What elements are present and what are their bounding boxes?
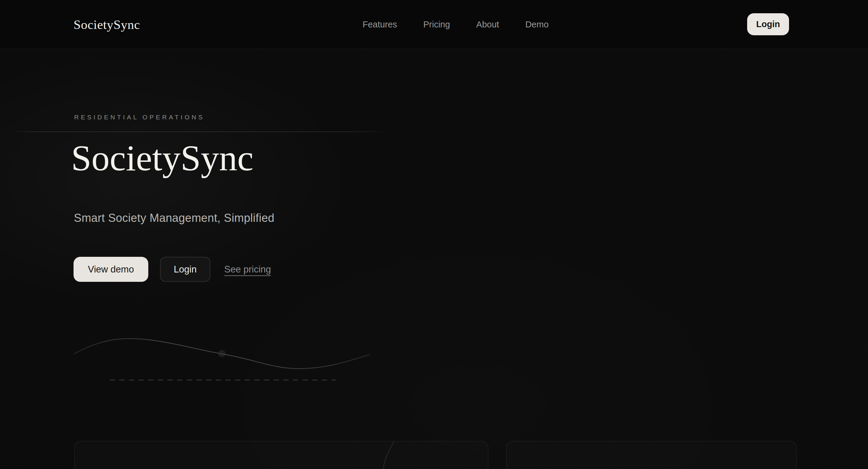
view-demo-button[interactable]: View demo	[73, 257, 148, 282]
nav-login-button[interactable]: Login	[747, 13, 789, 35]
noise-texture-overlay	[0, 0, 868, 469]
nav-link-features[interactable]: Features	[363, 20, 397, 30]
hero-decorations	[0, 0, 868, 469]
login-button[interactable]: Login	[160, 257, 210, 282]
nav-link-demo[interactable]: Demo	[525, 20, 549, 30]
top-nav-bar: SocietySync Features Pricing About Demo …	[0, 0, 868, 49]
main-nav: Features Pricing About Demo	[363, 0, 549, 49]
landing-page: SocietySync Features Pricing About Demo …	[0, 0, 868, 469]
eyebrow-divider-line	[10, 131, 386, 132]
see-pricing-link[interactable]: See pricing	[224, 264, 271, 275]
brand-logo: SocietySync	[73, 0, 140, 49]
nav-link-pricing[interactable]: Pricing	[423, 20, 450, 30]
nav-link-about[interactable]: About	[476, 20, 499, 30]
preview-card-right	[506, 441, 797, 469]
wave-node-dot	[218, 350, 225, 357]
preview-card-left	[74, 441, 488, 469]
hero-subtitle: Smart Society Management, Simplified	[74, 212, 275, 224]
wave-curve-decoration	[73, 339, 370, 369]
hero-eyebrow: RESIDENTIAL OPERATIONS	[74, 114, 205, 121]
hero-cta-row: View demo Login See pricing	[73, 257, 271, 282]
hero-title: SocietySync	[71, 136, 253, 180]
